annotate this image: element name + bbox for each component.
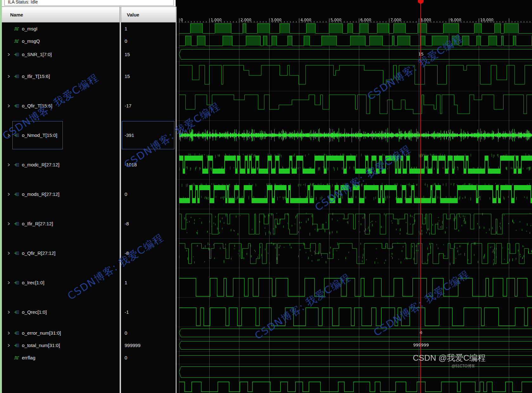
expand-chevron-icon[interactable] bbox=[7, 133, 11, 137]
signal-value-row-o_SNR_1[7:0][interactable]: 15 bbox=[121, 47, 176, 61]
expand-chevron-icon[interactable] bbox=[7, 192, 11, 196]
expand-chevron-icon[interactable] bbox=[7, 310, 11, 314]
waveform-area[interactable] bbox=[177, 0, 532, 393]
signal-name-cell: o_Ifir_R[27:12] bbox=[12, 209, 58, 238]
scalar-signal-icon bbox=[14, 27, 20, 31]
signal-name-label: o_Qfir_R[27:12] bbox=[22, 250, 55, 256]
signal-value-text: 0 bbox=[125, 191, 127, 197]
signal-value-text: -17 bbox=[125, 103, 132, 108]
signal-row-o_Ifir_R[27:12][interactable]: o_Ifir_R[27:12] bbox=[2, 209, 120, 238]
signal-name-label: o_total_num[31:0] bbox=[22, 343, 60, 348]
expand-chevron-icon[interactable] bbox=[7, 222, 11, 226]
bus-signal-icon bbox=[14, 281, 20, 285]
signal-name-label: errflag bbox=[22, 355, 36, 360]
expand-chevron-icon[interactable] bbox=[7, 53, 11, 56]
expand-chevron-icon[interactable] bbox=[7, 74, 11, 78]
signal-value-row-o_Nmod_T[15:0][interactable]: -391 bbox=[121, 120, 176, 150]
signal-value-row-o_Qfir_R[27:12][interactable]: -8 bbox=[121, 238, 176, 268]
signal-value-cell: 0 bbox=[122, 352, 174, 363]
signal-name-label: o_error_num[31:0] bbox=[22, 330, 61, 336]
bus-signal-icon bbox=[14, 222, 20, 226]
value-column-header[interactable]: Value bbox=[121, 7, 176, 23]
signal-row-o_Qfir_R[27:12][interactable]: o_Qfir_R[27:12] bbox=[2, 238, 120, 268]
signal-value-row-o_mods_R[27:12][interactable]: 0 bbox=[121, 179, 176, 209]
signal-value-text: -391 bbox=[125, 132, 134, 138]
signal-value-text: 0 bbox=[125, 330, 127, 336]
signal-row-o_modc_R[27:12][interactable]: o_modc_R[27:12] bbox=[2, 150, 120, 179]
signal-name-cell: o_msgI bbox=[12, 23, 43, 34]
signal-name-cell: o_Qrec[1:0] bbox=[12, 298, 52, 326]
signal-value-row-o_msgI[interactable]: 1 bbox=[121, 23, 176, 35]
signal-name-label: o_Ifir_T[15:6] bbox=[22, 74, 50, 79]
bus-signal-icon bbox=[14, 192, 20, 196]
signal-name-cell: o_mods_R[27:12] bbox=[12, 180, 65, 208]
signal-value-cell: 1 bbox=[122, 23, 174, 34]
name-column-header[interactable]: Name bbox=[2, 7, 120, 23]
signal-row-o_mods_R[27:12][interactable]: o_mods_R[27:12] bbox=[2, 179, 120, 209]
scalar-signal-icon bbox=[14, 39, 20, 43]
signal-value-row-o_error_num[31:0][interactable]: 0 bbox=[121, 327, 176, 339]
chevron-spacer bbox=[7, 39, 11, 43]
signal-name-label: o_msgQ bbox=[22, 38, 40, 44]
ila-waveform-window: ILA Status: Idle Name Value o_msgIo_msgQ… bbox=[0, 0, 532, 393]
expand-chevron-icon[interactable] bbox=[7, 281, 11, 285]
signal-value-row-o_Irec[1:0][interactable]: 1 bbox=[121, 268, 176, 297]
signal-value-cell: -17 bbox=[122, 92, 174, 120]
signal-value-row-o_Ifir_T[15:6][interactable]: 15 bbox=[121, 61, 176, 91]
signal-value-cell: 15 bbox=[122, 62, 174, 90]
signal-value-row-o_Qrec[1:0][interactable]: -1 bbox=[121, 297, 176, 327]
signal-row-o_Irec[1:0][interactable]: o_Irec[1:0] bbox=[2, 268, 120, 297]
expand-chevron-icon[interactable] bbox=[7, 251, 11, 255]
signal-row-o_SNR_1[7:0][interactable]: o_SNR_1[7:0] bbox=[2, 47, 120, 61]
signal-name-cell: o_modc_R[27:12] bbox=[12, 151, 65, 179]
signal-row-o_msgI[interactable]: o_msgI bbox=[2, 23, 120, 35]
signal-row-o_Ifir_T[15:6][interactable]: o_Ifir_T[15:6] bbox=[2, 61, 120, 91]
bus-signal-icon bbox=[14, 53, 20, 56]
expand-chevron-icon[interactable] bbox=[7, 163, 11, 167]
signal-value-cell: 15 bbox=[122, 48, 174, 61]
signal-value-row-o_modc_R[27:12][interactable]: -1018 bbox=[121, 150, 176, 179]
signal-name-label: o_modc_R[27:12] bbox=[22, 162, 59, 167]
signal-name-cell: o_Nmod_T[15:0] bbox=[12, 121, 63, 149]
signal-value-cell: 0 bbox=[122, 327, 174, 338]
bus-signal-icon bbox=[14, 133, 20, 137]
ila-status-text: ILA Status: Idle bbox=[8, 0, 38, 4]
ila-status-field: ILA Status: Idle bbox=[4, 0, 174, 6]
signal-value-row-o_msgQ[interactable]: 0 bbox=[121, 35, 176, 47]
signal-row-o_msgQ[interactable]: o_msgQ bbox=[2, 35, 120, 47]
signal-row-o_error_num[31:0][interactable]: o_error_num[31:0] bbox=[2, 327, 120, 339]
expand-chevron-icon[interactable] bbox=[7, 331, 11, 335]
signal-name-cell: o_Qfir_T[15:6] bbox=[12, 92, 58, 120]
signal-value-cell: 999999 bbox=[122, 340, 174, 351]
signal-value-row-errflag[interactable]: 0 bbox=[121, 351, 176, 364]
signal-name-panel: o_msgIo_msgQo_SNR_1[7:0]o_Ifir_T[15:6]o_… bbox=[2, 23, 120, 393]
bus-signal-icon bbox=[14, 163, 20, 167]
signal-row-o_Qfir_T[15:6][interactable]: o_Qfir_T[15:6] bbox=[2, 91, 120, 120]
scalar-signal-icon bbox=[14, 356, 20, 360]
signal-name-cell: o_Qfir_R[27:12] bbox=[12, 239, 61, 267]
signal-value-row-o_Qfir_T[15:6][interactable]: -17 bbox=[121, 91, 176, 120]
signal-name-label: o_Ifir_R[27:12] bbox=[22, 221, 53, 226]
signal-value-row-o_total_num[31:0][interactable]: 999999 bbox=[121, 339, 176, 351]
name-header-label: Name bbox=[10, 12, 23, 17]
signal-row-o_Nmod_T[15:0][interactable]: o_Nmod_T[15:0] bbox=[2, 120, 120, 150]
signal-row-o_total_num[31:0][interactable]: o_total_num[31:0] bbox=[2, 339, 120, 351]
signal-value-cell: -1018 bbox=[122, 151, 174, 179]
signal-row-errflag[interactable]: errflag bbox=[2, 351, 120, 364]
signal-name-cell: o_error_num[31:0] bbox=[12, 327, 66, 338]
expand-chevron-icon[interactable] bbox=[7, 344, 11, 347]
expand-chevron-icon[interactable] bbox=[7, 104, 11, 108]
chevron-spacer bbox=[7, 27, 11, 31]
signal-value-row-o_Ifir_R[27:12][interactable]: -8 bbox=[121, 209, 176, 238]
signal-name-cell: errflag bbox=[12, 352, 41, 363]
waveform-canvas[interactable] bbox=[177, 0, 532, 393]
signal-value-text: -1018 bbox=[125, 162, 137, 167]
signal-value-cell: 1 bbox=[122, 268, 174, 297]
timeline-cursor[interactable] bbox=[420, 0, 421, 393]
signal-name-label: o_SNR_1[7:0] bbox=[22, 52, 52, 57]
signal-value-text: 1 bbox=[125, 26, 127, 31]
bus-signal-icon bbox=[14, 331, 20, 335]
signal-value-text: 1 bbox=[125, 280, 127, 285]
signal-value-cell: 0 bbox=[122, 35, 174, 47]
signal-row-o_Qrec[1:0][interactable]: o_Qrec[1:0] bbox=[2, 297, 120, 327]
